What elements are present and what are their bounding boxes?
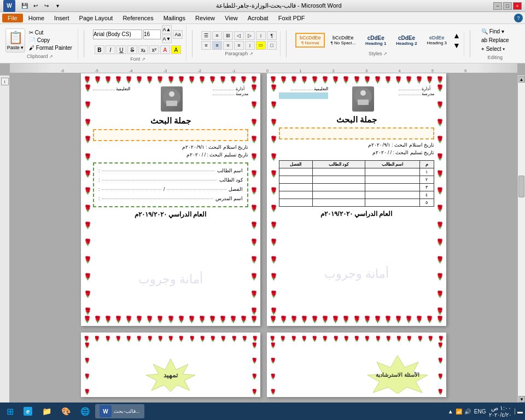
border-btn[interactable]: □ [267, 41, 277, 50]
heading2-style-btn[interactable]: cDdEe Heading 2 [392, 33, 421, 48]
menu-view[interactable]: View [220, 14, 242, 22]
clear-format-btn[interactable]: Aa [173, 30, 183, 39]
justify-btn[interactable]: ≡ [234, 41, 244, 50]
menu-acrobat[interactable]: Acrobat [243, 14, 273, 22]
chrome-taskbar-btn[interactable]: 🌐 [76, 404, 94, 418]
font-name-input[interactable] [93, 30, 142, 39]
p1-student-name-row: اسم الطالب : [98, 166, 243, 176]
editing-group: 🔍 Find ▾ ab Replace ⌖ Select ▾ Editing [476, 27, 515, 60]
window-title: قالب-بحث-الوزارة-جاهر-للطباعة - Microsof… [65, 2, 493, 9]
ruler: -6-5-4-3-2-10123456 [10, 63, 517, 73]
styles-up-btn[interactable]: ▲ [453, 31, 460, 40]
paste-btn[interactable]: 📋 Paste ▾ [5, 28, 25, 52]
tray-arrow[interactable]: ▲ [448, 409, 453, 415]
taskbar-right: ▲ 📶 🔊 ENG ١:٠٠ ص ٢٠٢٠/٤/٢٠ ▬ [448, 405, 523, 418]
menu-insert[interactable]: Insert [50, 14, 74, 22]
document-area: ↕ -6-5-4-3-2-10123456 ▲ ▼ [0, 63, 525, 420]
font-size-up-btn[interactable]: A▲ [162, 25, 172, 34]
p2-academic-year: العام الدراسي ٢٠١٩/٢٠٢٠م [279, 210, 434, 218]
text-color-btn[interactable]: A [160, 45, 170, 54]
pages-container: 🌹🌹🌹🌹🌹🌹🌹🌹🌹🌹🌹🌹🌹🌹🌹🌹🌹 🌹🌹🌹🌹🌹🌹🌹🌹🌹🌹🌹🌹🌹🌹🌹🌹🌹 🌹🌹🌹🌹… [10, 63, 517, 402]
line-spacing-btn[interactable]: ↕ [245, 41, 255, 50]
paragraph-label: Paragraph ↗ [225, 51, 253, 56]
vertical-scrollbar[interactable]: ▲ ▼ [517, 75, 525, 409]
no-spacing-style-btn[interactable]: bCcDdEe ¶ No Spaci... [326, 33, 360, 48]
shading-btn[interactable]: ▭ [256, 41, 266, 50]
normal-style-btn[interactable]: bCcDdEe ¶ Normal [295, 33, 325, 48]
p1-orange-box[interactable] [93, 129, 248, 141]
window-controls[interactable]: − □ × [493, 2, 522, 10]
increase-indent-btn[interactable]: ▷ [245, 31, 255, 40]
p2-orange-box[interactable] [279, 127, 434, 139]
subscript-btn[interactable]: x₂ [138, 45, 148, 54]
ie-taskbar-btn[interactable]: e [19, 404, 37, 418]
p4-right-border: 🌹🌹🌹🌹 [436, 342, 444, 397]
save-quick-btn[interactable]: 💾 [20, 1, 30, 11]
lang-indicator[interactable]: ENG [474, 409, 486, 415]
bold-btn[interactable]: B [95, 45, 104, 54]
word-icon: W [3, 0, 15, 12]
taskbar: ⊞ e 📁 🎨 🌐 W قالب-بحث... ▲ 📶 🔊 ENG ١:٠٠ ص… [0, 402, 525, 420]
highlight-btn[interactable]: A [171, 45, 181, 54]
help-icon[interactable]: ? [514, 14, 523, 22]
cut-btn[interactable]: ✂ Cut [27, 29, 74, 36]
p2-watermark: أمانة وجروب [324, 267, 389, 281]
explorer-taskbar-btn[interactable]: 📁 [38, 404, 56, 418]
p2-row-5: ٥ [279, 199, 434, 206]
heading3-style-btn[interactable]: eDdEe Heading 3 [423, 33, 451, 48]
sidebar-expand-btn[interactable]: ↕ [1, 78, 9, 85]
menu-review[interactable]: Review [191, 14, 219, 22]
italic-btn[interactable]: I [106, 45, 115, 54]
p4-burst-container: الأسئلة الاسترشادية [362, 355, 433, 394]
p1-education-label: التعليمية [93, 86, 130, 91]
start-btn[interactable]: ⊞ [2, 404, 18, 418]
bullets-btn[interactable]: ☰ [201, 31, 211, 40]
replace-btn[interactable]: ab Replace [479, 36, 511, 44]
redo-quick-btn[interactable]: ↪ [42, 1, 51, 11]
maximize-btn[interactable]: □ [503, 2, 512, 10]
p3-burst: تمهيد [143, 359, 198, 392]
font-group: A▲ A▼ Aa B I U S x₂ x² A A Font ↗ [90, 25, 186, 62]
show-marks-btn[interactable]: ¶ [267, 31, 277, 40]
strikethrough-btn[interactable]: S [127, 45, 137, 54]
decrease-indent-btn[interactable]: ◁ [234, 31, 244, 40]
superscript-btn[interactable]: x² [149, 45, 159, 54]
top-border-1: 🌹🌹🌹🌹🌹🌹🌹🌹🌹🌹🌹🌹🌹🌹🌹🌹🌹 [83, 75, 258, 84]
close-btn[interactable]: × [513, 2, 522, 10]
qa-dropdown-btn[interactable]: ▾ [52, 1, 62, 11]
copy-btn[interactable]: 📄 Copy [27, 37, 74, 44]
heading1-style-btn[interactable]: cDdEe Heading 1 [361, 33, 390, 48]
paint-taskbar-btn[interactable]: 🎨 [57, 404, 75, 418]
font-size-input[interactable] [143, 30, 161, 39]
align-center-btn[interactable]: ≡ [212, 41, 222, 50]
p4-top-border: 🌹🌹🌹🌹🌹🌹🌹🌹🌹🌹🌹🌹🌹🌹🌹🌹🌹 [269, 335, 444, 342]
menu-home[interactable]: Home [24, 14, 49, 22]
p1-dates: تاريخ استلام البحث : ٢٠٢٠/٩/١م تاريخ تسل… [93, 143, 248, 159]
quick-access-toolbar[interactable]: 💾 ↩ ↪ ▾ [18, 1, 65, 11]
undo-quick-btn[interactable]: ↩ [31, 1, 40, 11]
styles-down-btn[interactable]: ▼ [453, 41, 460, 50]
align-right-btn[interactable]: ≡ [223, 41, 233, 50]
menu-mailings[interactable]: Mailings [159, 14, 190, 22]
minimize-btn[interactable]: − [493, 2, 502, 10]
menu-references[interactable]: References [118, 14, 158, 22]
multilevel-btn[interactable]: ⊞ [223, 31, 233, 40]
page-3: 🌹🌹🌹🌹🌹🌹🌹🌹🌹🌹🌹🌹🌹🌹🌹🌹🌹 🌹🌹🌹🌹 🌹🌹🌹🌹 [81, 332, 260, 397]
find-btn[interactable]: 🔍 Find ▾ [479, 27, 506, 36]
menu-page-layout[interactable]: Page Layout [75, 14, 118, 22]
numbering-btn[interactable]: ≡ [212, 31, 222, 40]
styles-group: bCcDdEe ¶ Normal bCcDdEe ¶ No Spaci... c… [292, 31, 464, 56]
underline-btn[interactable]: U [116, 45, 126, 54]
show-desktop-btn[interactable]: ▬ [515, 409, 523, 415]
paragraph-group: ☰ ≡ ⊞ ◁ ▷ ↕ ¶ ≡ ≡ ≡ ≡ ↕ ▭ □ Pa [198, 31, 281, 56]
menu-file[interactable]: File [2, 14, 23, 22]
align-left-btn[interactable]: ≡ [201, 41, 211, 50]
word-taskbar-btn[interactable]: W قالب-بحث... [95, 404, 144, 418]
menu-bar: File Home Insert Page Layout References … [0, 12, 525, 24]
sort-btn[interactable]: ↕ [256, 31, 266, 40]
menu-foxit[interactable]: Foxit PDF [274, 14, 310, 22]
format-painter-btn[interactable]: 🖌 Format Painter [27, 44, 74, 51]
select-btn[interactable]: ⌖ Select ▾ [479, 45, 507, 54]
font-size-down-btn[interactable]: A▼ [162, 34, 172, 43]
page-scroll-area[interactable]: 🌹🌹🌹🌹🌹🌹🌹🌹🌹🌹🌹🌹🌹🌹🌹🌹🌹 🌹🌹🌹🌹🌹🌹🌹🌹🌹🌹🌹🌹🌹🌹🌹🌹🌹 🌹🌹🌹🌹… [10, 63, 517, 420]
